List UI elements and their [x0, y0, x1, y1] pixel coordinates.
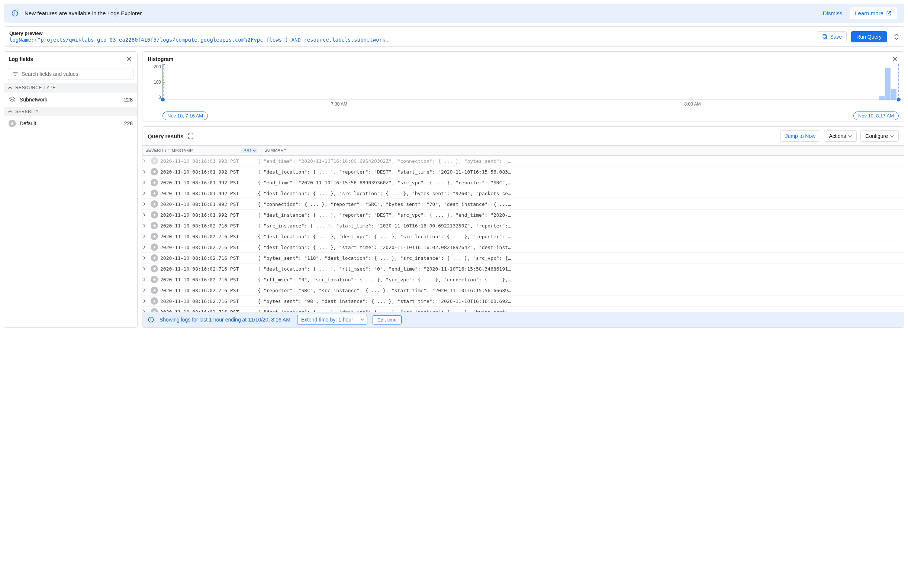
- chevron-right-icon: [142, 256, 146, 260]
- col-timestamp[interactable]: TIMESTAMP PST: [165, 146, 261, 155]
- col-severity[interactable]: SEVERITY: [142, 146, 165, 155]
- log-summary: { "dest_location": { ... }, "dest_vpc": …: [254, 309, 904, 312]
- expand-row-button[interactable]: [142, 159, 151, 163]
- expand-row-button[interactable]: [142, 278, 151, 281]
- histogram-bar: [885, 67, 890, 100]
- expand-row-button[interactable]: [142, 170, 151, 174]
- time-range-start-chip[interactable]: Nov 10, 7:16 AM: [163, 111, 208, 120]
- timezone-label: PST: [243, 148, 252, 153]
- query-preview-text[interactable]: logName:("projects/qwiklabs-gcp-03-ea228…: [9, 37, 813, 43]
- expand-row-button[interactable]: [142, 299, 151, 303]
- range-start-handle[interactable]: [161, 98, 165, 101]
- expand-row-button[interactable]: [142, 224, 151, 228]
- log-row[interactable]: 2020-11-10 08:16:01.992 PST{ "dest_insta…: [142, 210, 904, 220]
- log-row[interactable]: 2020-11-10 08:16:02.716 PST{ "dest_locat…: [142, 263, 904, 274]
- close-log-fields-button[interactable]: [125, 55, 133, 63]
- time-range-end-chip[interactable]: Nov 10, 8:17 AM: [853, 111, 899, 120]
- expand-row-button[interactable]: [142, 267, 151, 271]
- chevron-right-icon: [142, 170, 146, 174]
- edit-time-button[interactable]: Edit time: [373, 315, 402, 325]
- close-histogram-button[interactable]: [891, 55, 899, 63]
- expand-row-button[interactable]: [142, 213, 151, 217]
- log-row[interactable]: 2020-11-10 08:16:01.992 PST{ "dest_locat…: [142, 167, 904, 177]
- log-timestamp: 2020-11-10 08:16:01.992 PST: [160, 169, 254, 175]
- extend-time-label: Extend time by: 1 hour: [298, 315, 357, 324]
- query-preview-title: Query preview: [9, 31, 813, 36]
- search-fields-input[interactable]: [8, 68, 134, 80]
- expand-row-button[interactable]: [142, 191, 151, 195]
- learn-more-button[interactable]: Learn more: [850, 7, 897, 19]
- expand-row-button[interactable]: [142, 256, 151, 260]
- log-row[interactable]: 2020-11-10 08:16:01.992 PST{ "connection…: [142, 199, 904, 210]
- log-summary: { "dest_instance": { ... }, "reporter": …: [254, 212, 904, 218]
- y-axis-labels: 2001000: [148, 64, 161, 100]
- field-row[interactable]: Default228: [4, 116, 137, 130]
- run-query-button[interactable]: Run Query: [851, 31, 887, 42]
- y-tick-label: 100: [154, 80, 161, 85]
- default-severity-icon: [151, 157, 158, 165]
- jump-to-now-button[interactable]: Jump to Now: [781, 130, 821, 141]
- dismiss-button[interactable]: Dismiss: [823, 10, 842, 16]
- chevron-down-icon: [360, 318, 364, 321]
- range-end-handle[interactable]: [897, 98, 901, 101]
- log-summary: { "end_time": "2020-11-10T16:15:56.68903…: [254, 180, 904, 185]
- expand-toggle[interactable]: [894, 34, 899, 40]
- log-row[interactable]: 2020-11-10 08:16:02.716 PST{ "dest_locat…: [142, 307, 904, 312]
- expand-row-button[interactable]: [142, 181, 151, 184]
- log-summary: { "reporter": "SRC", "src_instance": { .…: [254, 288, 904, 293]
- timezone-chip[interactable]: PST: [241, 148, 258, 153]
- log-row[interactable]: 2020-11-10 08:16:02.716 PST{ "dest_locat…: [142, 231, 904, 242]
- chevron-right-icon: [142, 159, 146, 163]
- actions-button[interactable]: Actions: [824, 130, 857, 141]
- log-row[interactable]: 2020-11-10 08:16:02.716 PST{ "bytes_sent…: [142, 253, 904, 263]
- info-banner: New features are available in the Logs E…: [4, 4, 904, 22]
- chevron-up-icon: [894, 34, 899, 37]
- default-severity-icon: [151, 243, 158, 251]
- expand-row-button[interactable]: [142, 245, 151, 249]
- log-row[interactable]: 2020-11-10 08:16:01.992 PST{ "dest_locat…: [142, 188, 904, 199]
- chevron-down-icon: [848, 135, 852, 137]
- fullscreen-button[interactable]: [187, 133, 194, 140]
- histogram-bars: [879, 67, 897, 100]
- log-row[interactable]: 2020-11-10 08:16:01.992 PST{ "end_time":…: [142, 156, 904, 167]
- range-end-line: [898, 64, 899, 100]
- log-row[interactable]: 2020-11-10 08:16:02.716 PST{ "bytes_sent…: [142, 296, 904, 307]
- log-row[interactable]: 2020-11-10 08:16:02.716 PST{ "dest_locat…: [142, 242, 904, 253]
- save-button[interactable]: Save: [817, 31, 847, 42]
- search-fields-text[interactable]: [22, 71, 129, 77]
- expand-row-button[interactable]: [142, 202, 151, 206]
- col-summary[interactable]: SUMMARY: [261, 146, 904, 155]
- configure-label: Configure: [865, 133, 888, 139]
- field-row[interactable]: Subnetwork228: [4, 93, 137, 107]
- extend-time-button[interactable]: Extend time by: 1 hour: [297, 315, 367, 325]
- log-summary: { "end_time": "2020-11-10T16:16:00.69642…: [254, 158, 904, 164]
- default-severity-icon: [151, 211, 158, 218]
- field-section-header[interactable]: RESOURCE TYPE: [4, 83, 137, 93]
- log-rows-container[interactable]: 2020-11-10 08:16:01.992 PST{ "end_time":…: [142, 156, 904, 312]
- field-name: Subnetwork: [20, 96, 47, 103]
- svg-point-2: [15, 12, 15, 12]
- field-count: 228: [124, 120, 133, 126]
- log-timestamp: 2020-11-10 08:16:02.716 PST: [160, 288, 254, 293]
- log-row[interactable]: 2020-11-10 08:16:01.992 PST{ "end_time":…: [142, 177, 904, 188]
- field-section-header[interactable]: SEVERITY: [4, 107, 137, 116]
- log-row[interactable]: 2020-11-10 08:16:02.716 PST{ "src_instan…: [142, 220, 904, 231]
- histogram-chart[interactable]: [163, 64, 899, 100]
- filter-icon: [12, 71, 19, 77]
- expand-row-button[interactable]: [142, 288, 151, 292]
- expand-row-button[interactable]: [142, 235, 151, 238]
- log-timestamp: 2020-11-10 08:16:01.992 PST: [160, 180, 254, 185]
- layers-icon: [8, 96, 16, 103]
- log-summary: { "rtt_msec": "0", "src_location": { ...…: [254, 277, 904, 283]
- log-timestamp: 2020-11-10 08:16:01.992 PST: [160, 158, 254, 164]
- log-row[interactable]: 2020-11-10 08:16:02.716 PST{ "reporter":…: [142, 285, 904, 296]
- chevron-right-icon: [142, 224, 146, 228]
- default-severity-icon: [151, 254, 158, 262]
- save-label: Save: [830, 34, 842, 40]
- chevron-right-icon: [142, 213, 146, 217]
- chevron-right-icon: [142, 267, 146, 271]
- configure-button[interactable]: Configure: [860, 130, 899, 141]
- log-row[interactable]: 2020-11-10 08:16:02.716 PST{ "rtt_msec":…: [142, 274, 904, 285]
- log-summary: { "dest_location": { ... }, "src_locatio…: [254, 191, 904, 196]
- extend-time-dropdown[interactable]: [357, 315, 367, 324]
